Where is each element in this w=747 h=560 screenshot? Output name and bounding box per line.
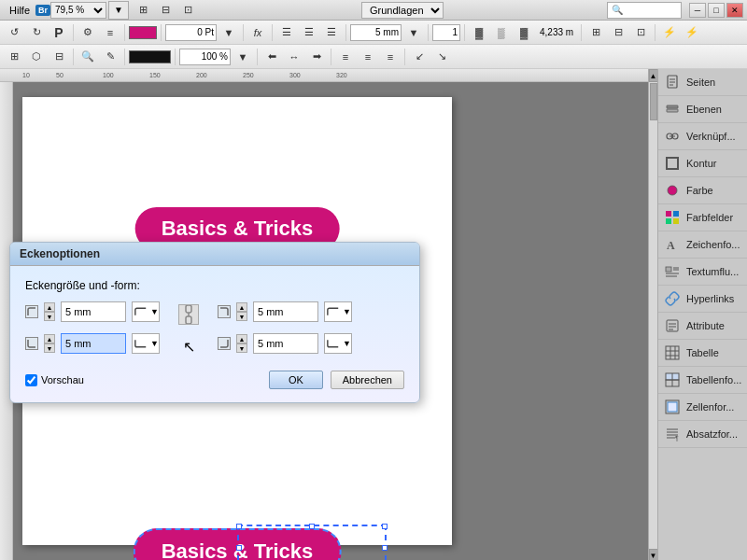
corner-tl-input[interactable]: [65, 306, 117, 317]
panel-item-kontur[interactable]: Kontur: [658, 150, 747, 177]
mm-input[interactable]: 5 mm: [350, 24, 402, 41]
tl-spin-btns[interactable]: ▲ ▼: [44, 302, 55, 321]
corner-br-type[interactable]: ▼: [324, 333, 352, 354]
panel-item-farbe[interactable]: Farbe: [658, 177, 747, 204]
panel-item-seiten[interactable]: Seiten: [658, 69, 747, 96]
tb-icon2[interactable]: ≡: [100, 23, 120, 42]
panel-item-textumflu[interactable]: Textumflu...: [658, 259, 747, 286]
tb-col3[interactable]: ▓: [514, 23, 534, 42]
panel-item-absatzfor[interactable]: ¶Absatzfor...: [658, 421, 747, 448]
panel-item-tabelle[interactable]: Tabelle: [658, 340, 747, 367]
panel-item-zeichenfo[interactable]: AZeichenfo...: [658, 231, 747, 259]
panel-item-tabellenfo[interactable]: Tabellenfo...: [658, 367, 747, 394]
search-box[interactable]: 🔍: [607, 2, 682, 19]
handle-tr[interactable]: [382, 524, 388, 529]
tb2-align-r[interactable]: ➡: [306, 48, 327, 66]
tb2-align-c[interactable]: ↔: [284, 48, 304, 66]
corner-tr-dropdown[interactable]: ▼: [343, 307, 351, 316]
br-spin-up[interactable]: ▲: [236, 334, 247, 343]
view-btn2[interactable]: ⊟: [155, 1, 176, 20]
tb-grid3[interactable]: ⊡: [630, 23, 651, 42]
color-swatch[interactable]: [129, 26, 157, 39]
tb2-btn1[interactable]: ⊞: [4, 48, 24, 66]
panel-item-hyperlinks[interactable]: Hyperlinks: [658, 286, 747, 313]
pct-input[interactable]: 100 %: [179, 49, 231, 65]
br-spin-dn[interactable]: ▼: [236, 343, 247, 353]
scrollbar-down[interactable]: ▼: [649, 549, 658, 560]
corner-tr-input[interactable]: [258, 306, 309, 317]
tb2-flow1[interactable]: ↙: [409, 48, 430, 66]
panel-item-attribute[interactable]: Attribute: [658, 313, 747, 340]
banner-bottom-selected[interactable]: Basics & Tricks: [134, 528, 342, 560]
menu-hilfe[interactable]: Hilfe: [4, 3, 35, 18]
bl-spin-btns[interactable]: ▲ ▼: [44, 334, 55, 353]
tb-fx[interactable]: fx: [247, 23, 268, 42]
tb2-btn5[interactable]: ✎: [100, 48, 120, 66]
panel-item-zellenfor[interactable]: Zellenfor...: [658, 394, 747, 421]
tb2-justify3[interactable]: ≡: [380, 48, 401, 66]
tb2-btn2[interactable]: ⬡: [26, 48, 47, 66]
corner-bl-type[interactable]: ▼: [132, 333, 160, 354]
corner-tr-type[interactable]: ▼: [324, 301, 352, 322]
tb2-btn3[interactable]: ⊟: [49, 48, 69, 66]
cancel-button[interactable]: Abbrechen: [331, 371, 404, 389]
corner-tl-dropdown[interactable]: ▼: [150, 307, 159, 316]
view-btn1[interactable]: ⊞: [133, 1, 153, 20]
pt-input[interactable]: 0 Pt: [165, 24, 217, 41]
chain-link-icon[interactable]: [178, 304, 199, 325]
tl-spin-up[interactable]: ▲: [44, 302, 55, 312]
tb2-justify1[interactable]: ≡: [335, 48, 356, 66]
num-input[interactable]: 1: [432, 24, 460, 41]
ok-button[interactable]: OK: [269, 371, 323, 389]
tb2-magnet[interactable]: 🔍: [78, 48, 98, 66]
corner-bl-dropdown[interactable]: ▼: [150, 339, 159, 348]
view-btn3[interactable]: ⊡: [177, 1, 198, 20]
scrollbar-up[interactable]: ▲: [649, 69, 658, 82]
tb2-align-l[interactable]: ⬅: [261, 48, 282, 66]
panel-item-verknuepf[interactable]: Verknüpf...: [658, 123, 747, 150]
tb-align1[interactable]: ☰: [276, 23, 297, 42]
tb-p-btn[interactable]: P: [49, 23, 69, 42]
tb-rotate-ccw[interactable]: ↺: [4, 23, 24, 42]
tb-grid1[interactable]: ⊞: [585, 23, 606, 42]
bl-spin-dn[interactable]: ▼: [44, 343, 55, 353]
vertical-scrollbar[interactable]: ▲ ▼: [648, 69, 657, 560]
corner-br-dropdown[interactable]: ▼: [343, 339, 351, 348]
zoom-select[interactable]: 79,5 %: [50, 2, 106, 19]
canvas-area[interactable]: 10 50 100 150 200 250 300 320 Basics & T…: [0, 69, 648, 560]
tb-dropdown1[interactable]: ▼: [218, 23, 239, 42]
handle-rc[interactable]: [382, 545, 388, 551]
black-swatch[interactable]: [129, 50, 171, 63]
panel-item-farbfelder[interactable]: Farbfelder: [658, 204, 747, 231]
tb2-flow2[interactable]: ↘: [431, 48, 452, 66]
workspace-selector[interactable]: Grundlagen: [198, 2, 607, 19]
workspace-select[interactable]: Grundlagen: [361, 2, 444, 19]
preview-checkbox[interactable]: [25, 374, 37, 386]
br-spin-btns[interactable]: ▲ ▼: [236, 334, 247, 353]
bl-spin-up[interactable]: ▲: [44, 334, 55, 343]
tl-spin-dn[interactable]: ▼: [44, 312, 55, 321]
zoom-dropdown-btn[interactable]: ▼: [108, 1, 129, 20]
maximize-btn[interactable]: □: [708, 3, 725, 18]
panel-item-ebenen[interactable]: Ebenen: [658, 96, 747, 123]
tb-rotate-cw[interactable]: ↻: [26, 23, 47, 42]
tb-icon1[interactable]: ⚙: [78, 23, 98, 42]
tr-spin-btns[interactable]: ▲ ▼: [236, 302, 247, 321]
close-btn[interactable]: ✕: [726, 3, 743, 18]
minimize-btn[interactable]: ─: [689, 3, 706, 18]
corner-br-input[interactable]: [258, 338, 309, 349]
corner-tl-type[interactable]: ▼: [132, 301, 160, 322]
tb-col2[interactable]: ▒: [491, 23, 512, 42]
tr-spin-dn[interactable]: ▼: [236, 312, 247, 321]
tb-special2[interactable]: ⚡: [682, 23, 702, 42]
tb-special1[interactable]: ⚡: [659, 23, 680, 42]
tb2-pct-dropdown[interactable]: ▼: [233, 48, 253, 66]
scrollbar-thumb[interactable]: [650, 83, 657, 120]
tb2-justify2[interactable]: ≡: [358, 48, 378, 66]
tb-grid2[interactable]: ⊟: [608, 23, 628, 42]
tr-spin-up[interactable]: ▲: [236, 302, 247, 312]
tb-mm-dropdown[interactable]: ▼: [403, 23, 424, 42]
tb-col1[interactable]: ▓: [469, 23, 489, 42]
corner-bl-input[interactable]: [65, 338, 117, 349]
tb-align2[interactable]: ☰: [299, 23, 319, 42]
